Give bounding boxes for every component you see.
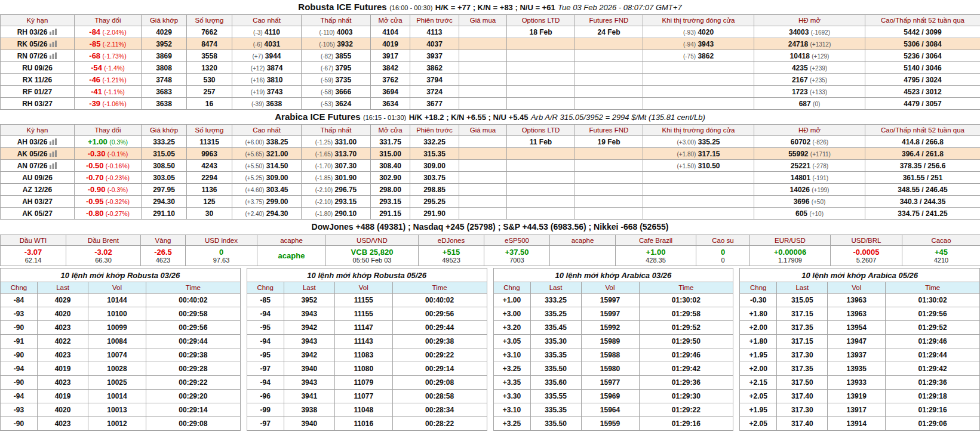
- chart-icon[interactable]: [50, 162, 57, 169]
- options-ltd-cell: [507, 160, 575, 172]
- futures-fnd-cell: [575, 184, 643, 196]
- order-last: 317.50: [777, 376, 828, 390]
- chart-icon[interactable]: [50, 53, 57, 59]
- week52-cell: 5306 / 3084: [865, 38, 980, 50]
- chart-icon[interactable]: [50, 29, 57, 35]
- open-interest-cell: 2167 (+235): [754, 74, 865, 86]
- index-value: 05:50 Feb 03: [326, 257, 418, 264]
- order-time: 00:29:58: [146, 307, 241, 321]
- futures-row[interactable]: AN 07/26 -0.50 (-0.16%) 308.50 4243 (+5.…: [1, 160, 980, 172]
- chart-icon[interactable]: [50, 138, 57, 145]
- arabica-title: Arabica ICE Futures: [275, 112, 360, 122]
- futures-row[interactable]: AH 03/26 +1.00 (0.3%) 333.25 11315 (+6.0…: [1, 136, 980, 148]
- contract-cell[interactable]: RH 03/26: [1, 26, 75, 38]
- futures-row[interactable]: AK 05/26 -0.30 (-0.1%) 315.05 9963 (+5.6…: [1, 148, 980, 160]
- index-value: 97.63: [186, 257, 257, 264]
- volume-cell: 9963: [187, 148, 232, 160]
- contract-cell[interactable]: RU 09/26: [1, 62, 75, 74]
- week52-cell: 378.35 / 256.6: [865, 160, 980, 172]
- contract-cell[interactable]: RF 01/27: [1, 86, 75, 98]
- futures-row[interactable]: RU 09/26 -54 (-1.4%) 3808 1320 (+12) 387…: [1, 62, 980, 74]
- contract-cell[interactable]: AN 07/26: [1, 160, 75, 172]
- week52-cell: 4479 / 3057: [865, 98, 980, 110]
- futures-fnd-cell: [575, 74, 643, 86]
- close-cell: (-75) 3862: [643, 50, 754, 62]
- contract-cell[interactable]: AK 05/26: [1, 148, 75, 160]
- column-header: Vol: [334, 282, 392, 294]
- change-cell: -0.70 (-0.23%): [75, 172, 142, 184]
- close-cell: (-93) 4020: [643, 26, 754, 38]
- order-last: 4019: [38, 362, 88, 376]
- order-time: 00:29:08: [392, 376, 487, 390]
- order-row: -95 3942 11083 00:29:22: [247, 348, 487, 362]
- contract-cell[interactable]: AH 03/27: [1, 196, 75, 208]
- high-cell: (+2.40) 294.30: [232, 208, 302, 220]
- order-vol: 15997: [581, 294, 639, 307]
- order-last: 335.60: [530, 376, 581, 390]
- futures-row[interactable]: RK 05/26 -85 (-2.11%) 3952 8474 (-6) 403…: [1, 38, 980, 50]
- order-row: -96 3941 11077 00:28:58: [247, 390, 487, 403]
- futures-row[interactable]: AZ 12/26 -0.90 (-0.3%) 297.95 1136 (+4.6…: [1, 184, 980, 196]
- contract-cell[interactable]: RN 07/26: [1, 50, 75, 62]
- high-cell: (-6) 4031: [232, 38, 302, 50]
- contract-cell[interactable]: AU 09/26: [1, 172, 75, 184]
- column-header: Options LTD: [507, 125, 575, 136]
- order-chng: +1.80: [740, 335, 777, 348]
- order-time: 00:29:56: [146, 321, 241, 335]
- futures-row[interactable]: RH 03/26 -84 (-2.04%) 4029 7662 (-3) 411…: [1, 26, 980, 38]
- order-row: +2.05 317.40 13914 01:29:06: [740, 417, 980, 431]
- order-row: -93 4020 10013 00:29:14: [1, 403, 241, 417]
- close-cell: (-94) 3943: [643, 38, 754, 50]
- order-row: +3.10 335.35 15988 01:29:46: [493, 348, 733, 362]
- column-header: Thay đổi: [75, 15, 142, 26]
- futures-row[interactable]: RF 01/27 -41 (-1.1%) 3683 257 (+19) 3743…: [1, 86, 980, 98]
- prev-session-cell: 3677: [410, 98, 459, 110]
- order-row: +1.00 333.25 15997 01:30:02: [493, 294, 733, 307]
- change-cell: -85 (-2.11%): [75, 38, 142, 50]
- index-change: +1.00: [616, 248, 696, 257]
- prev-session-cell: 4037: [410, 38, 459, 50]
- order-time: 00:29:44: [146, 335, 241, 348]
- order-last: 4023: [38, 417, 88, 431]
- contract-cell[interactable]: AK 05/27: [1, 208, 75, 220]
- column-header: Chng: [740, 282, 777, 294]
- futures-row[interactable]: RH 03/27 -39 (-1.06%) 3638 16 (-39) 3638…: [1, 98, 980, 110]
- column-header: Chng: [1, 282, 38, 294]
- chart-icon[interactable]: [50, 150, 57, 157]
- futures-row[interactable]: AH 03/27 -0.95 (-0.32%) 294.30 125 (+3.7…: [1, 196, 980, 208]
- bid-cell: [459, 50, 507, 62]
- futures-row[interactable]: RX 11/26 -46 (-1.21%) 3748 530 (+16) 381…: [1, 74, 980, 86]
- order-row: +3.25 335.50 15980 01:29:42: [493, 362, 733, 376]
- column-header: Vol: [88, 282, 146, 294]
- order-last: 3943: [284, 307, 334, 321]
- order-vol: 15959: [581, 417, 639, 431]
- chart-icon[interactable]: [50, 41, 57, 47]
- order-row: -90 4023 10074 00:29:38: [1, 348, 241, 362]
- order-vol: 11143: [334, 335, 392, 348]
- high-cell: (-39) 3638: [232, 98, 302, 110]
- order-time: 01:30:02: [886, 294, 980, 307]
- futures-row[interactable]: RN 07/26 -68 (-1.73%) 3869 3558 (+7) 394…: [1, 50, 980, 62]
- contract-cell[interactable]: AZ 12/26: [1, 184, 75, 196]
- contract-label: RN 07/26: [17, 52, 48, 60]
- contract-cell[interactable]: RK 05/26: [1, 38, 75, 50]
- column-header: Số lượng: [187, 125, 232, 136]
- column-header: Cao/Thấp nhất 52 tuần qua: [865, 15, 980, 26]
- order-vol: 10013: [88, 403, 146, 417]
- options-ltd-cell: [507, 86, 575, 98]
- contract-cell[interactable]: AH 03/26: [1, 136, 75, 148]
- column-header: Cao su: [696, 235, 750, 246]
- contract-cell[interactable]: RH 03/27: [1, 98, 75, 110]
- futures-row[interactable]: AK 05/27 -0.80 (-0.27%) 291.10 30 (+2.40…: [1, 208, 980, 220]
- index-change: 0: [696, 248, 749, 257]
- order-table-arabica-0326: 10 lệnh mới khớp Arabica 03/26 ChngLastV…: [493, 268, 734, 431]
- options-ltd-cell: [507, 172, 575, 184]
- index-value: 5.2607: [831, 257, 902, 264]
- bid-cell: [459, 26, 507, 38]
- futures-row[interactable]: AU 09/26 -0.70 (-0.23%) 303.05 2294 (+5.…: [1, 172, 980, 184]
- futures-fnd-cell: [575, 196, 643, 208]
- column-header: Vol: [828, 282, 886, 294]
- order-chng: -95: [247, 348, 284, 362]
- contract-cell[interactable]: RX 11/26: [1, 74, 75, 86]
- order-time: 00:29:20: [146, 390, 241, 403]
